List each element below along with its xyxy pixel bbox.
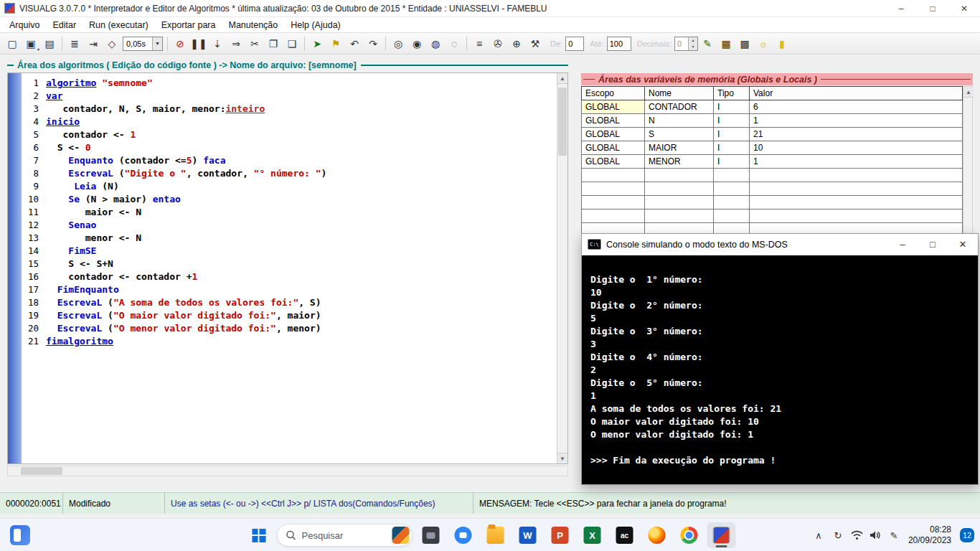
taskbar-app-acad[interactable]: ac	[611, 522, 639, 548]
pen-icon[interactable]: ✎	[887, 530, 900, 541]
minimize-button[interactable]: –	[885, 0, 917, 17]
watch-variables-button[interactable]: ◇	[103, 35, 121, 52]
options-button[interactable]: ⚒	[526, 35, 545, 52]
taskbar-app-firefox[interactable]	[643, 522, 672, 548]
start-button[interactable]	[245, 522, 273, 548]
taskbar-app-folder[interactable]	[481, 522, 510, 548]
spin-up-icon[interactable]: ▲	[689, 37, 697, 44]
align-button[interactable]: ≡	[470, 35, 489, 52]
table-row-empty[interactable]	[582, 169, 963, 182]
abort-execution-button[interactable]: ⊘	[171, 35, 189, 52]
taskbar-app-excel[interactable]: X	[578, 522, 607, 548]
zoom-button[interactable]: ⊕	[507, 35, 526, 52]
taskbar-app-darkapp[interactable]	[417, 522, 446, 548]
toolbar-separator	[167, 37, 168, 51]
find-selected-button[interactable]: ◌	[445, 35, 463, 52]
code-area[interactable]: 1algoritmo "semnome"2var3 contador, N, S…	[22, 73, 557, 463]
taskbar-clock[interactable]: 08:28 20/09/2023	[908, 524, 951, 546]
table-row[interactable]: GLOBALMENORI1	[582, 155, 963, 169]
console-maximize-button[interactable]: □	[918, 234, 948, 255]
find-next-button[interactable]: ◉	[407, 35, 426, 52]
ate-input[interactable]	[607, 37, 631, 51]
undo-button[interactable]: ↶	[345, 35, 364, 52]
taskbar-app-chrome[interactable]	[675, 522, 704, 548]
menu-editar[interactable]: Editar	[46, 17, 83, 32]
open-file-button[interactable]: ▣▾	[22, 35, 40, 52]
vars-cell: I	[714, 141, 750, 155]
print-button[interactable]: ✇	[489, 35, 507, 52]
table-row[interactable]: GLOBALSI21	[582, 128, 963, 141]
code-line: 20 EscrevaL ("O menor valor digitado foi…	[22, 322, 557, 335]
menu-manuten-o[interactable]: Manutenção	[222, 17, 284, 32]
editor-vertical-scrollbar[interactable]: ▲ ▼	[557, 73, 567, 463]
line-number: 3	[22, 103, 46, 116]
find-button[interactable]: ◎	[389, 35, 407, 52]
run-button[interactable]: ➤	[308, 35, 326, 52]
table-row[interactable]: GLOBALMAIORI10	[582, 141, 963, 155]
ascii-table-button[interactable]: ▩	[735, 35, 754, 52]
table-row[interactable]: GLOBALNI1	[582, 114, 963, 128]
new-file-button[interactable]: ▢	[3, 35, 22, 52]
scroll-up-icon[interactable]: ▲	[963, 87, 974, 98]
search-input[interactable]: Pesquisar	[277, 524, 413, 547]
sync-icon[interactable]: ↻	[831, 530, 844, 541]
spin-down-icon[interactable]: ▼	[689, 44, 697, 50]
scroll-thumb[interactable]	[558, 88, 567, 156]
scroll-up-icon[interactable]: ▲	[557, 73, 567, 84]
run-with-timer-button[interactable]: ⚑	[326, 35, 345, 52]
menu-run-executar[interactable]: Run (executar)	[83, 17, 155, 32]
window-controls: – □ ✕	[885, 0, 980, 17]
step-execution-button[interactable]: ⇣	[208, 35, 227, 52]
pseudocode-report-button[interactable]: ▦	[717, 35, 735, 52]
decimais-spinner[interactable]: 0▲▼	[674, 37, 698, 51]
editor-header: Área dos algoritmos ( Edição do código f…	[7, 60, 568, 70]
code-segment: (N > maior)	[80, 194, 153, 204]
spinner-arrows[interactable]: ▲▼	[688, 37, 697, 50]
cut-button[interactable]: ✂	[245, 35, 264, 52]
notification-badge[interactable]: 12	[960, 528, 974, 542]
menu-arquivo[interactable]: Arquivo	[3, 17, 46, 32]
widgets-icon[interactable]	[10, 525, 30, 545]
editor-horizontal-scrollbar[interactable]	[7, 466, 568, 476]
search-daily-image[interactable]	[392, 527, 410, 544]
code-editor[interactable]: 1algoritmo "semnome"2var3 contador, N, S…	[7, 72, 568, 464]
taskbar-app-ppt[interactable]: P	[546, 522, 575, 548]
indent-source-button[interactable]: ⇥	[84, 35, 103, 52]
paste-button[interactable]: ❏	[283, 35, 301, 52]
menu-help-ajuda[interactable]: Help (Ajuda)	[284, 17, 347, 32]
table-row[interactable]: GLOBALCONTADORI6	[582, 100, 963, 114]
de-input[interactable]	[565, 37, 584, 51]
table-row-empty[interactable]	[582, 182, 963, 196]
help-tips-button[interactable]: ☼	[754, 35, 773, 52]
chevron-up-icon[interactable]: ∧	[812, 530, 825, 541]
table-row-empty[interactable]	[582, 196, 963, 209]
pause-execution-button[interactable]: ❚❚	[189, 35, 208, 52]
table-row-empty[interactable]	[582, 209, 963, 223]
console-close-button[interactable]: ✕	[948, 234, 978, 255]
maximize-button[interactable]: □	[917, 0, 948, 17]
toolbar: ▢▣▾▤≣⇥◇0,05s▼⊘❚❚⇣⇒✂❐❏➤⚑↶↷◎◉◍◌≡✇⊕⚒De:Até:…	[0, 33, 980, 55]
run-to-cursor-button[interactable]: ⇒	[227, 35, 245, 52]
taskbar-app-word[interactable]: W	[514, 522, 542, 548]
replace-button[interactable]: ◍	[426, 35, 445, 52]
execution-speed-select[interactable]: 0,05s▼	[123, 37, 163, 51]
console-minimize-button[interactable]: –	[887, 234, 918, 255]
close-button[interactable]: ✕	[948, 0, 980, 17]
taskbar-app-valg[interactable]	[707, 522, 736, 548]
scroll-down-icon[interactable]: ▼	[557, 453, 567, 463]
highlight-button[interactable]: ▮	[773, 35, 791, 52]
generate-test-values-button[interactable]: ✎	[698, 35, 717, 52]
menu-exportar-para[interactable]: Exportar para	[155, 17, 222, 32]
taskbar-app-teams[interactable]	[449, 522, 478, 548]
redo-button[interactable]: ↷	[364, 35, 382, 52]
toggle-line-numbers-button[interactable]: ≣	[65, 35, 84, 52]
code-line: 3 contador, N, S, maior, menor:inteiro	[22, 103, 557, 116]
save-button[interactable]: ▤	[40, 35, 59, 52]
screen: VISUALG 3.0.7.0 * Interpretador e Editor…	[0, 0, 980, 55]
console-line: Digite o 1° número:	[590, 273, 969, 286]
copy-button[interactable]: ❐	[264, 35, 283, 52]
wifi-icon[interactable]	[851, 530, 863, 540]
code-segment: "O maior valor digitado foi:"	[113, 310, 276, 321]
volume-icon[interactable]	[870, 530, 881, 540]
scroll-thumb[interactable]	[21, 467, 62, 475]
